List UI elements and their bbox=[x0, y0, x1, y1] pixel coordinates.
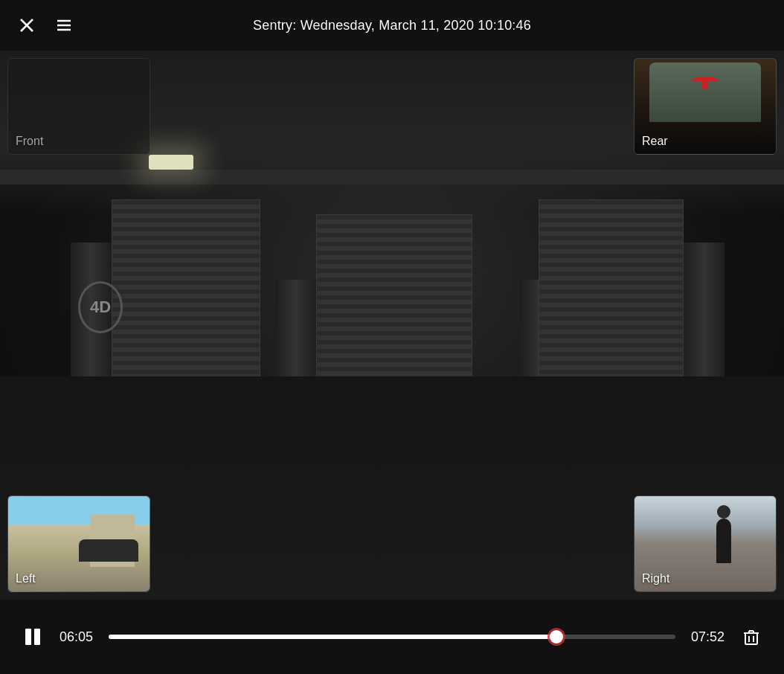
scrubber[interactable] bbox=[109, 635, 675, 639]
right-camera-label: Right bbox=[642, 572, 669, 585]
left-camera-thumbnail[interactable]: Left bbox=[7, 495, 150, 592]
left-camera-label: Left bbox=[16, 572, 36, 585]
current-time: 06:05 bbox=[60, 629, 97, 645]
svg-rect-6 bbox=[34, 629, 40, 645]
right-person bbox=[716, 519, 731, 563]
pause-icon bbox=[22, 626, 43, 647]
tesla-logo bbox=[690, 77, 720, 89]
main-video-area: 4D Front Rear Left Right bbox=[0, 51, 784, 600]
front-camera-label: Front bbox=[16, 135, 43, 148]
svg-rect-5 bbox=[25, 629, 31, 645]
rear-camera-label: Rear bbox=[642, 135, 668, 148]
right-camera-thumbnail[interactable]: Right bbox=[634, 495, 777, 592]
scrubber-fill bbox=[109, 635, 556, 639]
top-bar: Sentry: Wednesday, March 11, 2020 10:10:… bbox=[0, 0, 784, 51]
left-car bbox=[79, 539, 138, 562]
ceiling-bar bbox=[0, 170, 784, 184]
scrubber-thumb[interactable] bbox=[550, 630, 563, 643]
video-title: Sentry: Wednesday, March 11, 2020 10:10:… bbox=[253, 18, 531, 33]
play-pause-button[interactable] bbox=[18, 622, 48, 652]
control-bar: 06:05 07:52 bbox=[0, 600, 784, 674]
light-fixture bbox=[149, 155, 193, 170]
rear-windshield bbox=[649, 62, 761, 122]
total-time: 07:52 bbox=[687, 629, 724, 645]
close-button[interactable] bbox=[15, 13, 39, 37]
front-camera-thumbnail[interactable]: Front bbox=[7, 58, 150, 155]
delete-button[interactable] bbox=[736, 622, 766, 652]
menu-button[interactable] bbox=[52, 13, 76, 37]
trash-icon bbox=[742, 627, 761, 646]
section-marker: 4D bbox=[78, 281, 123, 333]
svg-rect-7 bbox=[745, 633, 757, 644]
rear-camera-thumbnail[interactable]: Rear bbox=[634, 58, 777, 155]
